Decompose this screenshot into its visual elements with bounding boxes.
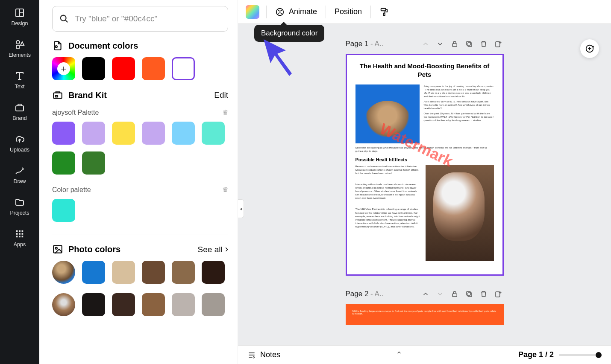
section-title: Brand Kit bbox=[68, 90, 107, 100]
add-color-swatch[interactable]: ＋ bbox=[52, 57, 75, 80]
color-swatch[interactable] bbox=[172, 293, 195, 316]
shapes-icon bbox=[15, 39, 25, 50]
dog-image[interactable] bbox=[426, 165, 494, 261]
delete-page-button[interactable] bbox=[478, 288, 489, 300]
svg-line-19 bbox=[65, 20, 68, 23]
page-2-canvas[interactable]: NIH is funding large-scale surveys to fi… bbox=[346, 304, 504, 325]
collapse-panel-handle[interactable]: ◂ bbox=[238, 199, 244, 218]
sidebar-item-projects[interactable]: Projects bbox=[0, 195, 39, 218]
add-page-fab[interactable] bbox=[580, 39, 599, 58]
photo-colors-row2 bbox=[52, 293, 228, 316]
zoom-knob[interactable] bbox=[596, 352, 602, 358]
page-down-button[interactable] bbox=[435, 288, 446, 300]
animate-label: Animate bbox=[289, 7, 317, 16]
lock-page-button[interactable] bbox=[449, 38, 460, 50]
doc-paragraph: NIH is funding large-scale surveys to fi… bbox=[352, 310, 497, 315]
color-swatch[interactable] bbox=[112, 261, 135, 284]
expand-pages-button[interactable] bbox=[396, 350, 402, 355]
sidebar-label: Draw bbox=[13, 178, 26, 184]
color-search[interactable] bbox=[52, 6, 228, 32]
see-all-link[interactable]: See all bbox=[198, 244, 228, 255]
svg-rect-34 bbox=[467, 41, 470, 45]
page-indicator[interactable]: Page 1 / 2 bbox=[518, 350, 554, 359]
briefcase-icon bbox=[15, 102, 25, 113]
sidebar-item-draw[interactable]: Draw bbox=[0, 163, 39, 187]
edit-brand-kit-link[interactable]: Edit bbox=[214, 90, 228, 100]
duplicate-page-button[interactable] bbox=[464, 38, 475, 50]
page-1-bar: Page 1 - A.. bbox=[346, 38, 504, 50]
doc-paragraph: The NIH/Mars Partnership is funding a ra… bbox=[355, 207, 421, 228]
color-swatch[interactable] bbox=[112, 122, 135, 145]
color-swatch[interactable] bbox=[82, 122, 105, 145]
svg-point-25 bbox=[276, 8, 284, 15]
zoom-slider[interactable] bbox=[559, 354, 602, 356]
page-up-button[interactable] bbox=[420, 38, 431, 50]
color-swatch[interactable] bbox=[82, 57, 105, 80]
color-swatch[interactable] bbox=[112, 293, 135, 316]
brand-palette-swatches bbox=[52, 122, 228, 175]
position-button[interactable]: Position bbox=[333, 5, 364, 19]
notes-icon bbox=[247, 351, 256, 359]
page-up-button[interactable] bbox=[420, 288, 431, 300]
sidebar-item-design[interactable]: Design bbox=[0, 5, 39, 29]
plus-icon: ＋ bbox=[57, 62, 70, 75]
page-1-canvas[interactable]: The Health and Mood-Boosting Benefits of… bbox=[346, 54, 504, 276]
color-swatch[interactable] bbox=[142, 261, 165, 284]
crown-icon: ♛ bbox=[222, 108, 228, 116]
photo-thumbnail[interactable] bbox=[52, 293, 75, 316]
sidebar-label: Design bbox=[12, 20, 28, 26]
page-2-bar: Page 2 - A.. bbox=[346, 288, 504, 300]
svg-rect-16 bbox=[19, 236, 21, 238]
color-swatch[interactable] bbox=[52, 122, 75, 145]
color-swatch[interactable] bbox=[202, 122, 225, 145]
delete-page-button[interactable] bbox=[478, 38, 489, 50]
color-swatch[interactable] bbox=[202, 261, 225, 284]
svg-rect-13 bbox=[19, 233, 21, 235]
brand-kit-header: Brand Kit Edit bbox=[52, 90, 228, 101]
color-swatch[interactable] bbox=[202, 293, 225, 316]
color-swatch[interactable] bbox=[172, 261, 195, 284]
color-swatch[interactable] bbox=[142, 57, 165, 80]
color-swatch[interactable] bbox=[82, 261, 105, 284]
color-swatch[interactable] bbox=[52, 199, 75, 222]
color-swatch-selected[interactable] bbox=[172, 57, 195, 80]
animate-button[interactable]: Animate bbox=[273, 5, 319, 19]
sidebar-item-elements[interactable]: Elements bbox=[0, 37, 39, 61]
svg-rect-38 bbox=[452, 294, 457, 297]
sidebar-item-apps[interactable]: Apps bbox=[0, 226, 39, 250]
svg-rect-8 bbox=[16, 106, 24, 111]
svg-rect-26 bbox=[381, 8, 386, 11]
page-down-button[interactable] bbox=[435, 38, 446, 50]
illustrative-cursor bbox=[262, 38, 296, 80]
doc-intro-column: thing compares to the joy of coming hom … bbox=[424, 84, 494, 143]
doc-paragraph: thing compares to the joy of coming hom … bbox=[424, 84, 494, 98]
format-painter-button[interactable] bbox=[378, 5, 391, 19]
svg-marker-28 bbox=[264, 39, 292, 76]
draw-icon bbox=[15, 166, 25, 176]
add-page-button[interactable] bbox=[493, 38, 504, 50]
layout-icon bbox=[15, 8, 25, 18]
color-swatch[interactable] bbox=[142, 122, 165, 145]
notes-button[interactable]: Notes bbox=[247, 350, 280, 359]
sidebar-item-uploads[interactable]: Uploads bbox=[0, 131, 39, 155]
page-label: Page 2 - A.. bbox=[346, 290, 384, 298]
svg-point-24 bbox=[56, 248, 57, 249]
document-icon bbox=[52, 40, 63, 51]
background-color-button[interactable] bbox=[246, 5, 259, 19]
sidebar-item-brand[interactable]: Brand bbox=[0, 100, 39, 124]
cloud-upload-icon bbox=[15, 134, 25, 144]
lock-page-button[interactable] bbox=[449, 288, 460, 300]
color-swatch[interactable] bbox=[142, 293, 165, 316]
add-page-button[interactable] bbox=[493, 288, 504, 300]
color-swatch[interactable] bbox=[112, 57, 135, 80]
color-search-input[interactable] bbox=[75, 14, 221, 23]
duplicate-page-button[interactable] bbox=[464, 288, 475, 300]
color-swatch[interactable] bbox=[172, 122, 195, 145]
color-swatch[interactable] bbox=[82, 151, 105, 175]
color-swatch[interactable] bbox=[52, 151, 75, 175]
zoom-track[interactable] bbox=[559, 354, 602, 356]
sidebar-item-text[interactable]: Text bbox=[0, 68, 39, 92]
color-swatch[interactable] bbox=[82, 293, 105, 316]
divider bbox=[326, 6, 326, 18]
photo-thumbnail[interactable] bbox=[52, 261, 75, 284]
